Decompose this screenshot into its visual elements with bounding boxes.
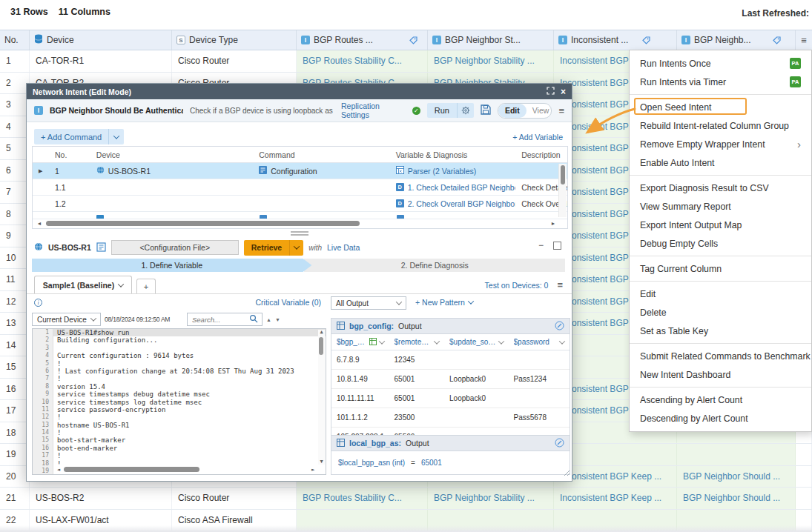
pane-splitter-handle[interactable] xyxy=(27,230,572,236)
scroll-right-icon[interactable]: ► xyxy=(309,467,317,473)
sample-menu-icon[interactable]: ≡ xyxy=(557,280,563,290)
menu-item-run-intents-once[interactable]: Run Intents OncePA xyxy=(630,54,811,73)
config-file-icon[interactable] xyxy=(96,242,106,253)
cell-no[interactable]: 9 xyxy=(0,225,30,247)
command-table-vscrollbar[interactable] xyxy=(558,164,567,217)
retrieve-button[interactable]: Retrieve xyxy=(244,243,289,252)
replication-settings-link[interactable]: Replication Settings xyxy=(341,102,406,119)
diagnosis-link[interactable]: 2. Check Overall BGP Neighbor ... xyxy=(408,199,516,208)
menu-item-view-summary-report[interactable]: View Summary Report xyxy=(630,197,811,216)
add-command-button[interactable]: + Add Command xyxy=(34,133,108,142)
menu-item-export-intent-output-map[interactable]: Export Intent Output Map xyxy=(630,216,811,234)
menu-item-debug-empty-cells[interactable]: Debug Empty Cells xyxy=(630,234,811,253)
cell-no[interactable]: 1 xyxy=(0,50,30,72)
scroll-right-icon[interactable]: ► xyxy=(549,221,557,226)
run-button[interactable]: Run xyxy=(427,106,457,115)
cell-no[interactable]: 3 xyxy=(0,94,30,116)
cell-bgp_routes[interactable]: BGP Routes Stability C... xyxy=(297,488,428,509)
diagnosis-link[interactable]: 1. Check Detailed BGP Neighbo... xyxy=(408,183,516,192)
variable-header-password[interactable]: $password xyxy=(509,334,570,350)
cell-inconsistent[interactable]: Inconsistent BGP Keep ... xyxy=(554,488,677,509)
cell-no[interactable]: 17 xyxy=(0,400,30,422)
output-filter-select[interactable]: All Output xyxy=(331,296,406,310)
cell-no[interactable]: 11 xyxy=(0,269,30,290)
new-pattern-link[interactable]: + New Pattern xyxy=(415,298,473,307)
add-variable-link[interactable]: + Add Variable xyxy=(512,133,563,142)
tab-sample1-baseline[interactable]: Sample1 (Baseline) xyxy=(34,276,132,293)
device-select[interactable]: Current Device xyxy=(32,313,101,326)
step-define-diagnosis[interactable]: 2. Define Diagnosis xyxy=(304,259,565,272)
cell-no[interactable]: 15 xyxy=(0,356,30,378)
configuration-file-box[interactable]: <Configuration File> xyxy=(111,240,239,255)
command-row[interactable]: 1.2D2. Check Overall BGP Neighbor ...Che… xyxy=(33,196,567,212)
run-settings-gear-icon[interactable] xyxy=(457,103,474,118)
cell-bgp_neighbor_st[interactable]: BGP Neighbor Stability ... xyxy=(428,50,554,72)
column-header-device-type[interactable]: SDevice Type xyxy=(172,30,297,50)
menu-item-new-intent-dashboard[interactable]: New Intent Dashboard xyxy=(630,365,811,384)
scroll-left-icon[interactable]: ◄ xyxy=(36,221,43,226)
cell-no[interactable]: 10 xyxy=(0,247,30,269)
search-icon[interactable] xyxy=(249,313,258,326)
column-header-bgp-neighbor-st[interactable]: IBGP Neighbor St... xyxy=(428,30,554,50)
step-define-variable[interactable]: 1. Define Variable xyxy=(32,259,311,272)
column-header-bgp-routes[interactable]: IBGP Routes ... xyxy=(297,30,428,50)
tag-icon[interactable] xyxy=(772,36,782,45)
cell-no[interactable]: 19 xyxy=(0,444,30,465)
config-code-editor[interactable]: 1US-BOS-R1#show run2Building configurati… xyxy=(32,328,326,475)
live-data-link[interactable]: Live Data xyxy=(327,243,360,252)
menu-item-descending-by-alert-count[interactable]: Descending by Alert Count xyxy=(630,409,811,428)
column-header-device[interactable]: Device xyxy=(30,30,172,50)
cell-no[interactable]: 21 xyxy=(0,488,30,509)
next-match-icon[interactable]: ▼ xyxy=(275,317,280,322)
column-header-no[interactable]: No. xyxy=(0,30,30,50)
variable-row[interactable]: 10.11.11.1165001Loopback0 xyxy=(331,389,570,408)
cell-no[interactable]: 18 xyxy=(0,422,30,444)
cell-device[interactable]: CA-TOR-R1 xyxy=(30,50,172,72)
table-row[interactable]: 21US-BOS-R2Cisco RouterBGP Routes Stabil… xyxy=(0,488,812,510)
resize-grip-icon[interactable] xyxy=(564,466,570,479)
cell-type[interactable]: Cisco Router xyxy=(172,50,297,72)
cell-no[interactable]: 5 xyxy=(0,138,30,159)
editor-vscrollbar[interactable]: ▲ ▼ xyxy=(318,330,325,465)
command-row[interactable]: ▶1US-BOS-R1ConfigurationParser (2 Variab… xyxy=(33,163,567,179)
cell-bgp_neighbor_st[interactable]: BGP Neighbor Stability ... xyxy=(428,488,554,509)
menu-item-open-seed-intent[interactable]: Open Seed Intent xyxy=(630,98,811,116)
cell-no[interactable]: 16 xyxy=(0,379,30,400)
edit-output-icon[interactable] xyxy=(555,321,564,332)
variable-row[interactable]: 101.1.1.223500Pass5678 xyxy=(331,408,570,428)
cell-type[interactable]: Cisco Router xyxy=(172,488,297,509)
variable-row[interactable]: 6.7.8.912345 xyxy=(331,350,570,370)
scroll-left-icon[interactable]: ◄ xyxy=(55,467,62,473)
table-menu-icon[interactable]: ≡ xyxy=(796,30,812,50)
command-row[interactable]: 1.1D1. Check Detailed BGP Neighbo...Chec… xyxy=(33,179,567,196)
modal-menu-icon[interactable]: ≡ xyxy=(558,106,564,116)
expand-toggle[interactable] xyxy=(33,196,49,211)
column-header-bgp-neighb[interactable]: IBGP Neighb... xyxy=(677,30,796,50)
menu-item-remove-empty-wrapper-intent[interactable]: Remove Empty Wrapper Intent› xyxy=(630,135,811,153)
minimize-icon[interactable]: − xyxy=(538,241,544,250)
test-on-devices-link[interactable]: Test on Devices: 0 xyxy=(485,281,549,290)
menu-item-rebuild-intent-related-column-group[interactable]: Rebuild Intent-related Column Group xyxy=(630,116,811,135)
expand-toggle[interactable]: ▶ xyxy=(33,163,49,179)
variable-header-update-source[interactable]: $update_source xyxy=(444,334,508,350)
cell-bgp_neighb[interactable] xyxy=(677,444,796,465)
add-command-chevron-icon[interactable] xyxy=(108,129,124,144)
variable-header-bgp-neig[interactable]: $bgp_neig... xyxy=(331,334,389,350)
retrieve-chevron-icon[interactable] xyxy=(289,240,303,256)
menu-item-tag-current-column[interactable]: Tag Current Column xyxy=(630,259,811,278)
prev-match-icon[interactable]: ▲ xyxy=(266,317,271,322)
cell-no[interactable]: 20 xyxy=(0,466,30,488)
variable-header-remote-asn[interactable]: $remote_asn xyxy=(389,334,445,350)
cell-bgp_neighb[interactable]: BGP Neighbor Should ... xyxy=(677,466,796,488)
cell-no[interactable]: 7 xyxy=(0,182,30,203)
menu-item-submit-related-commands-to-benchmark[interactable]: Submit Related Commands to Benchmark xyxy=(630,347,811,365)
expand-icon[interactable] xyxy=(547,87,555,96)
cell-no[interactable]: 14 xyxy=(0,335,30,356)
cell-no[interactable]: 2 xyxy=(0,73,30,94)
tag-icon[interactable] xyxy=(409,36,418,45)
menu-item-enable-auto-intent[interactable]: Enable Auto Intent xyxy=(630,153,811,172)
menu-item-run-intents-via-timer[interactable]: Run Intents via TimerPA xyxy=(630,73,811,91)
add-sample-tab-button[interactable]: + xyxy=(136,279,156,293)
view-toggle[interactable]: View xyxy=(527,106,552,115)
menu-item-delete[interactable]: Delete xyxy=(630,303,811,322)
